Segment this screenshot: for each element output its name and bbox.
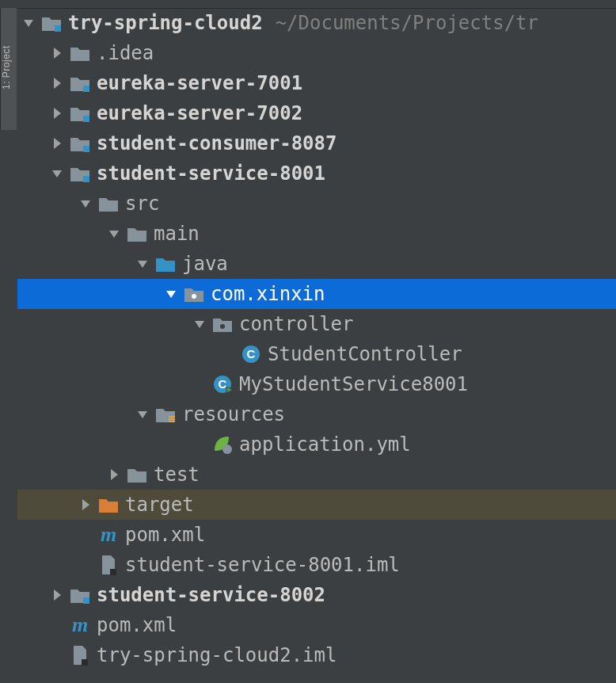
tree-row[interactable]: application.yml bbox=[17, 429, 616, 460]
tree-row[interactable]: test bbox=[17, 460, 616, 490]
tree-node-label: student-consumer-8087 bbox=[97, 128, 337, 158]
project-tool-window: 1: Project try-spring-cloud2~/Documents/… bbox=[0, 0, 616, 683]
package-icon bbox=[184, 284, 204, 304]
svg-rect-3 bbox=[83, 146, 89, 152]
tree-row[interactable]: .idea bbox=[17, 38, 616, 68]
tree-row[interactable]: try-spring-cloud2.iml bbox=[17, 640, 616, 670]
folder-icon bbox=[70, 43, 90, 63]
chevron-right-icon[interactable] bbox=[49, 587, 65, 603]
module-icon bbox=[70, 103, 90, 124]
tree-row[interactable]: com.xinxin bbox=[17, 279, 616, 309]
chevron-down-icon[interactable] bbox=[192, 316, 207, 332]
maven-file-icon: m bbox=[98, 525, 119, 545]
svg-text:C: C bbox=[219, 377, 227, 391]
tree-node-label: java bbox=[182, 249, 228, 279]
source-icon bbox=[155, 254, 176, 274]
tree-row[interactable]: student-service-8001 bbox=[17, 158, 616, 189]
svg-rect-12 bbox=[169, 416, 175, 418]
tree-row[interactable]: main bbox=[17, 219, 616, 249]
module-icon bbox=[70, 73, 90, 93]
tree-node-label: resources bbox=[182, 399, 285, 429]
tree-node-label: student-service-8002 bbox=[97, 580, 325, 610]
module-icon bbox=[70, 163, 90, 184]
tree-node-label: test bbox=[154, 460, 200, 490]
tree-node-label: try-spring-cloud2.iml bbox=[97, 640, 337, 670]
chevron-right-icon[interactable] bbox=[78, 497, 93, 513]
module-icon bbox=[70, 133, 90, 154]
svg-point-6 bbox=[220, 324, 225, 329]
tree-node-hint: ~/Documents/Projects/tr bbox=[276, 8, 538, 38]
tree-row[interactable]: java bbox=[17, 249, 616, 279]
svg-rect-16 bbox=[110, 569, 116, 575]
chevron-down-icon[interactable] bbox=[78, 196, 93, 212]
tree-row[interactable]: resources bbox=[17, 399, 616, 429]
module-icon bbox=[70, 585, 90, 605]
file-icon bbox=[70, 645, 90, 666]
svg-point-15 bbox=[222, 445, 232, 454]
class-icon: C bbox=[241, 344, 261, 364]
maven-file-icon: m bbox=[70, 615, 90, 635]
tree-node-label: com.xinxin bbox=[211, 279, 325, 309]
tree-node-label: student-service-8001 bbox=[97, 158, 325, 189]
project-tree[interactable]: try-spring-cloud2~/Documents/Projects/tr… bbox=[17, 8, 616, 683]
tree-node-label: student-service-8001.iml bbox=[125, 550, 400, 580]
tree-row[interactable]: target bbox=[17, 490, 616, 520]
tree-row[interactable]: student-service-8001.iml bbox=[17, 550, 616, 580]
svg-rect-18 bbox=[82, 659, 88, 666]
chevron-right-icon[interactable] bbox=[106, 467, 122, 483]
target-icon bbox=[98, 494, 119, 515]
tree-row[interactable]: eureka-server-7001 bbox=[17, 68, 616, 98]
tree-row[interactable]: src bbox=[17, 189, 616, 219]
folder-icon bbox=[127, 464, 147, 485]
chevron-down-icon[interactable] bbox=[106, 226, 122, 242]
svg-rect-2 bbox=[83, 116, 89, 122]
package-icon bbox=[212, 314, 233, 334]
svg-rect-0 bbox=[55, 25, 61, 32]
tree-row[interactable]: CMyStudentService8001 bbox=[17, 369, 616, 399]
svg-rect-13 bbox=[169, 418, 175, 420]
tree-row[interactable]: eureka-server-7002 bbox=[17, 98, 616, 128]
tree-node-label: src bbox=[125, 189, 159, 219]
chevron-down-icon[interactable] bbox=[21, 15, 36, 31]
tree-node-label: eureka-server-7002 bbox=[97, 98, 302, 128]
tree-row[interactable]: mpom.xml bbox=[17, 520, 616, 550]
chevron-down-icon[interactable] bbox=[49, 166, 65, 181]
tree-node-label: try-spring-cloud2 bbox=[68, 8, 263, 38]
tree-row[interactable]: mpom.xml bbox=[17, 610, 616, 640]
chevron-down-icon[interactable] bbox=[135, 256, 150, 272]
chevron-right-icon[interactable] bbox=[49, 45, 65, 61]
tree-node-label: main bbox=[154, 219, 200, 249]
chevron-down-icon[interactable] bbox=[163, 286, 179, 302]
svg-rect-14 bbox=[169, 421, 175, 422]
resources-icon bbox=[155, 404, 176, 425]
tree-row[interactable]: student-service-8002 bbox=[17, 580, 616, 610]
run-class-icon: C bbox=[212, 374, 233, 395]
svg-point-5 bbox=[192, 294, 196, 299]
tree-row[interactable]: student-consumer-8087 bbox=[17, 128, 616, 158]
svg-text:C: C bbox=[247, 347, 256, 361]
spring-config-icon bbox=[212, 434, 233, 455]
tree-node-label: application.yml bbox=[239, 429, 411, 460]
tree-row[interactable]: controller bbox=[17, 309, 616, 339]
module-icon bbox=[41, 13, 62, 33]
chevron-right-icon[interactable] bbox=[49, 135, 65, 151]
tree-node-label: pom.xml bbox=[125, 520, 205, 550]
tree-row[interactable]: try-spring-cloud2~/Documents/Projects/tr bbox=[17, 8, 616, 38]
tree-node-label: controller bbox=[239, 309, 354, 339]
svg-rect-17 bbox=[83, 597, 89, 604]
tree-node-label: .idea bbox=[97, 38, 154, 68]
tree-row[interactable]: CStudentController bbox=[17, 339, 616, 369]
tree-node-label: eureka-server-7001 bbox=[97, 68, 302, 98]
chevron-right-icon[interactable] bbox=[49, 75, 65, 91]
svg-rect-4 bbox=[83, 176, 89, 182]
svg-rect-1 bbox=[83, 86, 89, 92]
file-icon bbox=[98, 555, 119, 575]
folder-icon bbox=[127, 223, 147, 244]
project-side-tab[interactable]: 1: Project bbox=[0, 8, 17, 130]
chevron-down-icon[interactable] bbox=[135, 406, 150, 422]
tree-node-label: MyStudentService8001 bbox=[239, 369, 468, 399]
tree-node-label: StudentController bbox=[268, 339, 462, 369]
folder-icon bbox=[98, 193, 119, 214]
tree-node-label: target bbox=[125, 490, 194, 520]
chevron-right-icon[interactable] bbox=[49, 105, 65, 121]
